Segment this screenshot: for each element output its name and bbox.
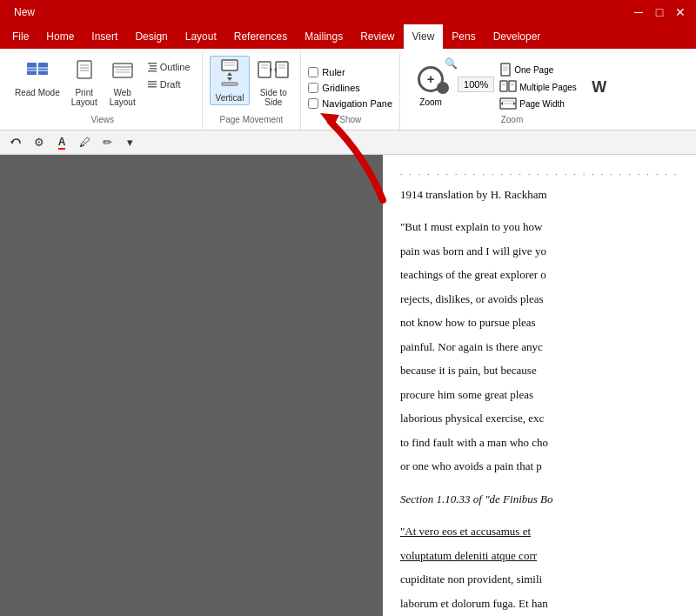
web-layout-icon bbox=[109, 58, 137, 86]
document-page: · · · · · · · · · · · · · · · · · · · · … bbox=[383, 155, 696, 616]
side-to-side-btn[interactable]: Side toSide bbox=[253, 56, 293, 110]
svg-rect-27 bbox=[258, 62, 271, 77]
ribbon-group-page-movement: Vertical Side toSide Page Movement bbox=[203, 52, 302, 130]
tab-developer[interactable]: Developer bbox=[485, 24, 550, 49]
svg-rect-0 bbox=[27, 63, 37, 75]
ruler-label: Ruler bbox=[322, 67, 345, 77]
page-width-button[interactable]: Page Width bbox=[498, 97, 579, 110]
svg-rect-20 bbox=[148, 86, 157, 88]
svg-marker-25 bbox=[227, 77, 232, 81]
gridlines-checkbox-row[interactable]: Gridlines bbox=[308, 83, 392, 93]
print-layout-label: PrintLayout bbox=[71, 88, 97, 107]
svg-rect-10 bbox=[113, 64, 132, 77]
ruler-checkbox-row[interactable]: Ruler bbox=[308, 67, 392, 77]
outline-label: Outline bbox=[160, 62, 191, 72]
navigation-pane-label: Navigation Pane bbox=[322, 98, 392, 109]
highlight-button[interactable]: 🖊 bbox=[75, 133, 94, 152]
navigation-pane-checkbox[interactable] bbox=[308, 98, 318, 109]
doc-para1: "But I must explain to you how pain was … bbox=[400, 218, 679, 482]
print-layout-button[interactable]: PrintLayout bbox=[66, 56, 103, 110]
outline-button[interactable]: Outline bbox=[143, 59, 195, 75]
page-movement-group-label: Page Movement bbox=[220, 113, 284, 126]
tab-home[interactable]: Home bbox=[37, 24, 83, 49]
w-label: W bbox=[592, 78, 606, 97]
one-page-label: One Page bbox=[514, 65, 553, 75]
svg-rect-35 bbox=[501, 64, 510, 76]
page-movement-content: Vertical Side toSide bbox=[210, 56, 294, 113]
doc-para2: "At vero eos et accusamus et voluptatum … bbox=[400, 523, 679, 616]
zoom-options-col: One Page Multiple Pages Page Width bbox=[498, 58, 579, 110]
draft-label: Draft bbox=[160, 79, 181, 90]
svg-rect-1 bbox=[38, 63, 48, 75]
w-button[interactable]: W bbox=[582, 70, 617, 99]
svg-rect-30 bbox=[276, 62, 288, 77]
undo-button[interactable] bbox=[7, 133, 26, 152]
doc-dot-line: · · · · · · · · · · · · · · · · · · · · … bbox=[400, 169, 679, 181]
close-button[interactable]: ✕ bbox=[672, 3, 689, 21]
zoom-group-label: Zoom bbox=[501, 113, 524, 126]
tab-pens[interactable]: Pens bbox=[443, 24, 484, 49]
views-group-label: Views bbox=[91, 113, 115, 126]
tab-references[interactable]: References bbox=[225, 24, 296, 49]
svg-marker-50 bbox=[10, 141, 14, 144]
one-page-button[interactable]: One Page bbox=[498, 62, 579, 77]
svg-rect-17 bbox=[148, 70, 157, 72]
views-small-btns: Outline Draft bbox=[143, 56, 195, 92]
title-bar: New ─ □ ✕ bbox=[0, 0, 696, 24]
title-text: New bbox=[7, 6, 626, 18]
ribbon-group-show: Ruler Gridlines Navigation Pane Show bbox=[301, 52, 400, 130]
read-mode-label: Read Mode bbox=[15, 88, 60, 97]
multiple-pages-button[interactable]: Multiple Pages bbox=[498, 79, 579, 95]
views-content: Read Mode PrintLayout bbox=[10, 56, 195, 113]
navigation-pane-checkbox-row[interactable]: Navigation Pane bbox=[308, 98, 392, 109]
svg-rect-26 bbox=[222, 83, 238, 85]
maximize-button[interactable]: □ bbox=[651, 3, 668, 21]
multiple-pages-label: Multiple Pages bbox=[519, 83, 577, 92]
svg-marker-24 bbox=[227, 72, 232, 76]
vertical-scroll-button[interactable]: Vertical bbox=[210, 56, 251, 105]
tab-file[interactable]: File bbox=[3, 24, 37, 49]
gridlines-label: Gridlines bbox=[322, 83, 359, 93]
svg-rect-14 bbox=[148, 63, 157, 64]
svg-rect-6 bbox=[77, 61, 91, 78]
show-content: Ruler Gridlines Navigation Pane bbox=[308, 56, 392, 113]
zoom-percent: 100% bbox=[458, 77, 494, 92]
tab-layout[interactable]: Layout bbox=[177, 24, 225, 49]
doc-section-ref: Section 1.10.33 of "de Finibus Bo bbox=[400, 491, 679, 515]
ribbon-group-views: Read Mode PrintLayout bbox=[3, 52, 203, 130]
side-to-side-label: Side toSide bbox=[260, 88, 287, 107]
read-mode-icon bbox=[23, 58, 51, 86]
svg-rect-39 bbox=[500, 81, 507, 91]
web-layout-button[interactable]: WebLayout bbox=[104, 56, 141, 110]
page-width-label: Page Width bbox=[519, 99, 565, 109]
show-group-label: Show bbox=[339, 113, 361, 126]
quick-access-toolbar: ⚙ A 🖊 ✏ ▾ bbox=[0, 131, 696, 155]
svg-rect-15 bbox=[150, 65, 157, 67]
left-panel bbox=[0, 155, 383, 616]
more-button[interactable]: ▾ bbox=[120, 133, 139, 152]
zoom-button[interactable]: + Zoom bbox=[407, 61, 454, 109]
doc-year-line: 1914 translation by H. Rackham bbox=[400, 186, 679, 211]
ribbon-tabs: File Home Insert Design Layout Reference… bbox=[0, 24, 696, 49]
settings-icon[interactable]: ⚙ bbox=[30, 133, 49, 152]
tab-review[interactable]: Review bbox=[351, 24, 403, 49]
font-color-button[interactable]: A bbox=[52, 133, 71, 152]
tab-insert[interactable]: Insert bbox=[83, 24, 126, 49]
web-layout-label: WebLayout bbox=[110, 88, 136, 107]
ribbon: Read Mode PrintLayout bbox=[0, 49, 696, 131]
zoom-label: Zoom bbox=[419, 97, 442, 107]
svg-rect-40 bbox=[509, 81, 516, 91]
minimize-button[interactable]: ─ bbox=[630, 3, 647, 21]
svg-rect-18 bbox=[148, 81, 157, 83]
pen-tool-button[interactable]: ✏ bbox=[97, 133, 117, 152]
tab-design[interactable]: Design bbox=[126, 24, 176, 49]
tab-view[interactable]: View bbox=[404, 24, 444, 49]
svg-rect-16 bbox=[150, 68, 157, 70]
ribbon-group-zoom: + Zoom 100% One Page Multiple Pages bbox=[400, 52, 624, 130]
draft-button[interactable]: Draft bbox=[143, 77, 195, 92]
ruler-checkbox[interactable] bbox=[308, 67, 318, 77]
read-mode-button[interactable]: Read Mode bbox=[10, 56, 64, 100]
gridlines-checkbox[interactable] bbox=[308, 83, 318, 93]
tab-mailings[interactable]: Mailings bbox=[296, 24, 351, 49]
zoom-content: + Zoom 100% One Page Multiple Pages bbox=[407, 56, 617, 113]
